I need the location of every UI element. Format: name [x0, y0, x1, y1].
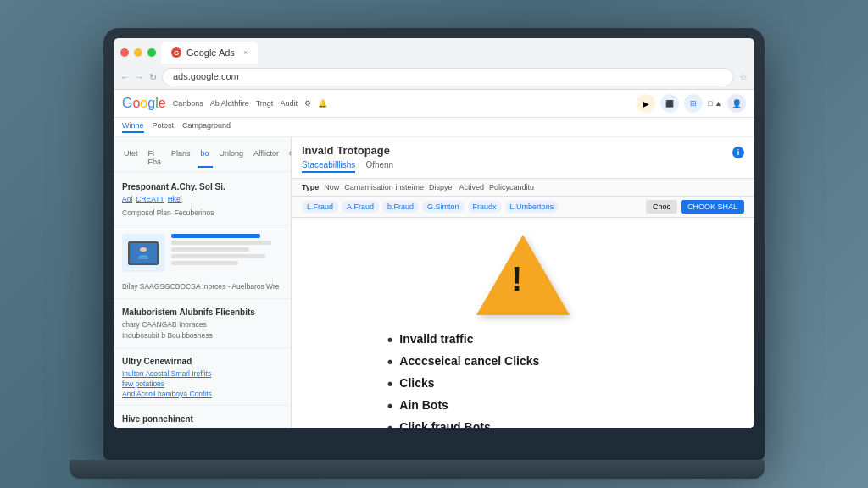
chip-g-simton[interactable]: G.Simton [422, 201, 465, 213]
favicon-icon: G [174, 49, 179, 57]
content-line-4 [171, 261, 238, 265]
warning-item-1-text: Invalld traffic [399, 332, 473, 346]
nav-more[interactable]: 🔔 [318, 99, 327, 108]
tab-ofhenn[interactable]: Ofhenn [365, 160, 393, 173]
left-caption: Bilay SAAGSGCBOCSA Inorces - Auelbaros W… [122, 282, 282, 291]
chip-b-fraud[interactable]: b.Fraud [382, 201, 419, 213]
maximize-button[interactable] [147, 48, 156, 57]
address-input[interactable]: ads.google.com [162, 68, 734, 86]
left-s4-link2[interactable]: few potations [122, 380, 282, 388]
forward-icon[interactable]: → [135, 72, 144, 82]
avatar-right-content [171, 234, 282, 265]
warning-item-2-text: Acccseical cancel Clicks [399, 354, 539, 368]
left-composol: Composol Plan [122, 208, 171, 217]
left-section-5-title: Hive ponnehinent [122, 414, 282, 424]
toggle-icon[interactable]: ⬛ [660, 94, 679, 113]
left-nav-che[interactable]: Che [286, 147, 292, 168]
left-section-5: Hive ponnehinent [114, 409, 291, 428]
subnav-winne[interactable]: Winne [122, 121, 144, 133]
left-s4-link3[interactable]: And Accoil hamboya Confits [122, 390, 282, 398]
left-nav-afflictor[interactable]: Afflictor [250, 147, 282, 168]
right-panel-filters: Type Now Camamisation insteime Dispyel A… [292, 179, 754, 197]
avatar-head [140, 247, 147, 252]
nav-aldthfire[interactable]: Ab Aldthfire [210, 99, 249, 108]
right-panel-tabs: Staceabilllishs Ofhenn [302, 160, 744, 173]
tab-staceabilllishs[interactable]: Staceabilllishs [302, 160, 355, 173]
laptop-screen: G Google Ads × ← → ↻ ads.google.com ☆ Go… [114, 38, 754, 428]
content-line-1 [171, 241, 271, 245]
warning-item-1: Invalld traffic [387, 332, 659, 347]
filter-now[interactable]: Now [324, 183, 339, 191]
filter-dispyel[interactable]: Dispyel [429, 183, 454, 191]
chip-a-fraud[interactable]: A.Fraud [342, 201, 379, 213]
info-icon[interactable]: i [732, 147, 744, 158]
right-panel-header: Invald Trotopage i Staceabilllishs Ofhen… [292, 137, 754, 179]
user-avatar[interactable]: 👤 [727, 94, 746, 113]
warning-item-4-text: Ain Bots [399, 398, 448, 412]
reload-icon[interactable]: ↻ [149, 72, 157, 83]
filter-action-buttons: Choc CHOOK SHAL [646, 200, 744, 214]
chip-fraudx[interactable]: Fraudx [468, 201, 502, 213]
back-icon[interactable]: ← [120, 72, 130, 82]
left-link-hkel[interactable]: Hkel [168, 195, 182, 203]
left-section-title: Presponant A.Chy. Sol Si. [122, 182, 282, 191]
left-s3-item1: chary CAANGAB Inoraces [122, 320, 282, 329]
window-controls: □ ▲ [708, 99, 722, 108]
google-header: Google Canbons Ab Aldthfire Trngt Audit … [114, 90, 754, 118]
left-nav-utet[interactable]: Utet [120, 147, 142, 168]
tab-close-icon[interactable]: × [243, 48, 248, 57]
nav-audit[interactable]: Audit [280, 99, 298, 108]
warning-content-area: Invalld traffic Acccseical cancel Clicks… [292, 218, 754, 428]
warning-triangle-icon [476, 235, 570, 315]
warning-item-5-text: Click fraud Bots [399, 420, 490, 428]
chip-l-umbertons[interactable]: L.Umbertons [505, 201, 559, 213]
nav-settings[interactable]: ⚙ [304, 99, 311, 108]
info-glyph: i [737, 148, 740, 157]
header-icons: ▶ ⬛ ⊞ □ ▲ 👤 [637, 94, 746, 113]
left-section-4-title: Ultry Cenewirnad [122, 357, 282, 366]
filter-apply-button[interactable]: CHOOK SHAL [681, 200, 744, 214]
chip-l-fraud[interactable]: L.Fraud [302, 201, 338, 213]
nav-canbons[interactable]: Canbons [173, 99, 203, 108]
logo-g-blue: G [122, 96, 132, 110]
left-nav-plans[interactable]: Plans [168, 147, 194, 168]
filter-policycanditu[interactable]: Policycanditu [489, 183, 534, 191]
laptop-base [70, 460, 765, 479]
left-s4-link1[interactable]: Inulton Acostal Smarl Ireffits [122, 369, 282, 378]
left-fecuberinos: Fecuberinos [175, 208, 214, 217]
grid-icon[interactable]: ⊞ [684, 94, 703, 113]
left-link-creatt[interactable]: CREATT [136, 195, 164, 203]
left-nav-unlong[interactable]: Unlong [216, 147, 248, 168]
filter-actived[interactable]: Actived [459, 183, 484, 191]
browser-tab-active[interactable]: G Google Ads × [161, 42, 258, 64]
google-logo: Google [122, 96, 166, 111]
browser-chrome: G Google Ads × ← → ↻ ads.google.com ☆ [114, 38, 754, 90]
close-button[interactable] [120, 48, 129, 57]
warning-item-3-text: Clicks [399, 376, 434, 390]
logo-e-red: e [159, 96, 166, 110]
help-icon[interactable]: ▶ [637, 94, 655, 113]
subnav-potost[interactable]: Potost [153, 121, 175, 133]
tab-favicon: G [171, 47, 181, 58]
nav-trngt[interactable]: Trngt [256, 99, 274, 108]
left-nav-bo[interactable]: bo [198, 147, 213, 168]
left-link-aol[interactable]: Aol [122, 195, 132, 203]
toggle-glyph: ⬛ [665, 100, 674, 108]
left-panel: Utet Fi Fba Plans bo Unlong Afflictor Ch… [114, 137, 292, 428]
laptop-container: G Google Ads × ← → ↻ ads.google.com ☆ Go… [103, 28, 765, 460]
warning-item-2: Acccseical cancel Clicks [387, 354, 659, 369]
logo-g2-blue: g [147, 96, 155, 110]
bookmark-icon[interactable]: ☆ [739, 72, 748, 83]
subnav-campaground[interactable]: Campaground [182, 121, 231, 133]
filter-cancel-button[interactable]: Choc [646, 200, 677, 214]
warning-list: Invalld traffic Acccseical cancel Clicks… [387, 332, 659, 428]
avatar-in-monitor [136, 247, 150, 259]
filter-camamisation[interactable]: Camamisation insteime [344, 183, 424, 191]
left-nav-fi-fba[interactable]: Fi Fba [145, 147, 165, 168]
content-line-2 [171, 247, 249, 252]
minimize-button[interactable] [134, 48, 142, 57]
filter-type-label: Type [302, 183, 319, 191]
tab-label: Google Ads [186, 47, 235, 58]
sub-navigation: Winne Potost Campaground [114, 118, 754, 137]
left-section-main: Presponant A.Chy. Sol Si. Aol CREATT Hke… [114, 177, 291, 225]
